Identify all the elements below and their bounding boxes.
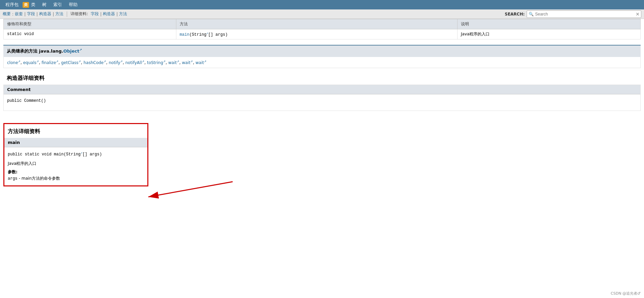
col-modifier: 修饰符和类型 — [4, 19, 176, 29]
method-hashcode[interactable]: hashCode↗ — [84, 60, 106, 65]
search-input[interactable] — [527, 10, 641, 18]
search-area: SEARCH: 🔍 ✕ — [505, 10, 641, 18]
left-nav-links: 概要 : 嵌套 | 字段 | 构造器 | 方法 详细资料: 字段 | 构造器 |… — [3, 11, 127, 17]
sub-navigation: 概要 : 嵌套 | 字段 | 构造器 | 方法 详细资料: 字段 | 构造器 |… — [0, 9, 644, 19]
nav-method[interactable]: 方法 — [55, 11, 63, 17]
method-section-title: 方法详细资料 — [4, 124, 147, 138]
method-wait1[interactable]: wait↗ — [168, 60, 179, 65]
svg-line-1 — [148, 182, 233, 197]
detail-label: 详细资料: — [70, 11, 88, 17]
cell-description: Java程序的入口 — [457, 29, 640, 39]
nav-tree[interactable]: 树 — [39, 1, 49, 8]
nav-detail-field[interactable]: 字段 — [91, 11, 99, 17]
inherited-methods-list: clone↗, equals↗, finalize↗, getClass↗, h… — [3, 57, 641, 68]
search-wrapper: 🔍 ✕ — [527, 10, 641, 18]
cell-method: main(String↗[] args) — [176, 29, 457, 39]
method-link-main[interactable]: main — [180, 32, 189, 37]
nav-index[interactable]: 索引 — [51, 1, 65, 8]
param-item: args - main方法的命令参数 — [8, 175, 144, 182]
method-detail-section: 方法详细资料 main public static void main(Stri… — [3, 123, 148, 187]
object-link[interactable]: Object↗ — [63, 49, 82, 54]
method-wait2[interactable]: wait↗ — [182, 60, 193, 65]
search-label: SEARCH: — [505, 12, 525, 17]
inherited-section-header: 从类继承的方法 java.lang.Object↗ — [3, 45, 641, 57]
methods-summary-table: 修饰符和类型 方法 说明 static void main(String↗[] … — [3, 19, 641, 39]
method-notify[interactable]: notify↗ — [109, 60, 123, 65]
method-equals[interactable]: equals↗ — [23, 60, 39, 65]
method-tostring[interactable]: toString↗ — [147, 60, 166, 65]
constructor-block-header: Comment — [4, 85, 640, 94]
nav-nested[interactable]: 嵌套 — [15, 11, 23, 17]
nav-constructor[interactable]: 构造器 — [39, 11, 51, 17]
main-content: 修饰符和类型 方法 说明 static void main(String↗[] … — [0, 19, 644, 298]
method-notifyall[interactable]: notifyAll↗ — [125, 60, 145, 65]
nav-detail-constructor[interactable]: 构造器 — [103, 11, 115, 17]
method-detail-block: main public static void main(String↗[] a… — [4, 138, 147, 186]
nav-class-icon: 类 — [23, 2, 29, 8]
method-wait3[interactable]: wait↗ — [196, 60, 207, 65]
cell-modifier: static void — [4, 29, 176, 39]
method-block-header: main — [4, 138, 147, 147]
constructor-block-body: public Comment() — [4, 94, 640, 110]
nav-package[interactable]: 程序包 — [3, 1, 21, 8]
method-signature: public static void main(String↗[] args) — [8, 151, 144, 158]
col-method: 方法 — [176, 19, 457, 29]
method-finalize[interactable]: finalize↗ — [41, 60, 58, 65]
search-icon: 🔍 — [529, 12, 534, 17]
constructor-detail-block: Comment public Comment() — [3, 85, 641, 111]
params-section: 参数: args - main方法的命令参数 — [8, 169, 144, 182]
table-row: static void main(String↗[] args) Java程序的… — [4, 29, 641, 39]
nav-help[interactable]: 帮助 — [66, 1, 80, 8]
constructor-signature: public Comment() — [7, 98, 637, 104]
nav-summary[interactable]: 概要 — [3, 11, 11, 17]
top-navigation: 程序包 类 类 树 索引 帮助 — [0, 0, 644, 9]
nav-field[interactable]: 字段 — [27, 11, 35, 17]
param-description: - main方法的命令参数 — [19, 176, 60, 181]
method-description: Java程序的入口 — [8, 160, 144, 167]
method-getclass[interactable]: getClass↗ — [61, 60, 81, 65]
method-block-body: public static void main(String↗[] args) … — [4, 147, 147, 186]
nav-class[interactable]: 类 — [31, 1, 38, 8]
params-label: 参数: — [8, 169, 144, 175]
constructor-section-title: 构造器详细资料 — [3, 71, 641, 85]
search-clear-button[interactable]: ✕ — [636, 12, 640, 17]
col-description: 说明 — [457, 19, 640, 29]
method-clone[interactable]: clone↗ — [7, 60, 21, 65]
nav-detail-method[interactable]: 方法 — [119, 11, 127, 17]
